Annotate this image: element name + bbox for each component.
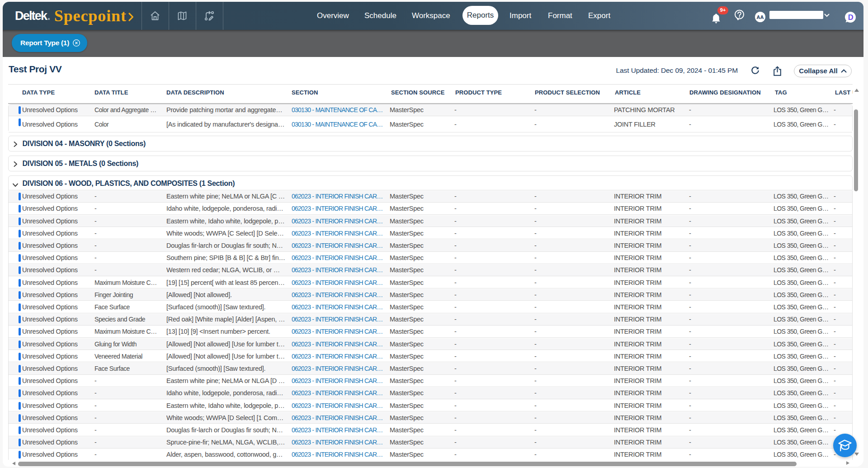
svg-text:D: D: [848, 13, 854, 21]
